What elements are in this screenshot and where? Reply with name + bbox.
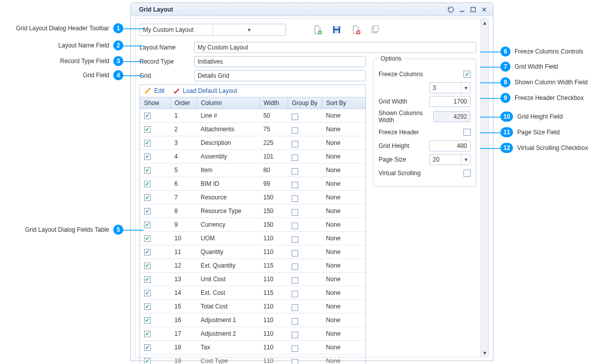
- load-default-button[interactable]: Load Default Layout: [173, 87, 237, 94]
- copy-icon[interactable]: [368, 23, 382, 37]
- table-row[interactable]: ✔8Resource Type150None: [140, 204, 365, 218]
- group-checkbox[interactable]: [292, 236, 298, 243]
- grid-field[interactable]: Details Grid: [194, 70, 366, 81]
- show-checkbox[interactable]: ✔: [144, 181, 151, 187]
- scroll-up-icon[interactable]: ▴: [481, 19, 488, 27]
- group-checkbox[interactable]: [292, 168, 298, 175]
- show-checkbox[interactable]: ✔: [144, 167, 151, 174]
- show-checkbox[interactable]: ✔: [144, 153, 151, 160]
- group-checkbox[interactable]: [292, 264, 298, 270]
- group-checkbox[interactable]: [292, 154, 298, 161]
- show-checkbox[interactable]: ✔: [144, 358, 151, 364]
- layout-select[interactable]: My Custom Layout ▾: [140, 24, 286, 36]
- show-checkbox[interactable]: ✔: [144, 235, 151, 242]
- record-type-field[interactable]: Initiatives: [194, 56, 366, 67]
- group-checkbox[interactable]: [292, 127, 298, 134]
- show-checkbox[interactable]: ✔: [144, 222, 151, 228]
- show-checkbox[interactable]: ✔: [144, 276, 151, 283]
- show-checkbox[interactable]: ✔: [144, 249, 151, 255]
- scroll-down-icon[interactable]: ▾: [481, 349, 488, 357]
- table-row[interactable]: ✔18Tax110None: [140, 341, 365, 354]
- table-row[interactable]: ✔4Assembly101None: [140, 150, 365, 164]
- table-row[interactable]: ✔1Line #50None: [140, 109, 365, 123]
- col-column[interactable]: Column: [197, 97, 259, 109]
- table-row[interactable]: ✔5Item80None: [140, 164, 365, 177]
- edit-button[interactable]: Edit: [144, 87, 165, 94]
- cell-sort: None: [322, 314, 365, 327]
- freeze-columns-checkbox[interactable]: ✔: [463, 71, 471, 78]
- grid-height-field[interactable]: 480: [429, 140, 471, 151]
- grid-width-field[interactable]: 1700: [429, 96, 471, 107]
- cell-order: 15: [170, 300, 197, 314]
- show-checkbox[interactable]: ✔: [144, 331, 151, 337]
- group-checkbox[interactable]: [292, 359, 298, 364]
- close-icon[interactable]: [480, 5, 489, 14]
- group-checkbox[interactable]: [292, 195, 298, 202]
- callout: 5Grid Layout Dialog Fields Table: [25, 225, 123, 235]
- cell-width: 101: [259, 150, 288, 164]
- group-checkbox[interactable]: [292, 277, 298, 284]
- layout-name-field[interactable]: My Custom Layout: [194, 42, 476, 53]
- minimize-icon[interactable]: [457, 5, 467, 14]
- freeze-columns-label: Freeze Columns: [379, 71, 423, 78]
- cell-column: Item: [197, 164, 259, 177]
- delete-icon[interactable]: [349, 23, 363, 37]
- freeze-columns-select[interactable]: 3 ▾: [429, 82, 471, 93]
- vertical-scrollbar[interactable]: ▴ ▾: [480, 19, 488, 357]
- table-row[interactable]: ✔6BIM ID99None: [140, 177, 365, 191]
- maximize-icon[interactable]: [469, 5, 478, 14]
- group-checkbox[interactable]: [292, 345, 298, 352]
- callout: 3Record Type Field: [60, 56, 123, 66]
- group-checkbox[interactable]: [292, 250, 298, 256]
- group-checkbox[interactable]: [292, 318, 298, 325]
- group-checkbox[interactable]: [292, 141, 298, 147]
- show-checkbox[interactable]: ✔: [144, 303, 151, 310]
- new-icon[interactable]: [310, 23, 324, 37]
- show-checkbox[interactable]: ✔: [144, 344, 151, 351]
- show-checkbox[interactable]: ✔: [144, 263, 151, 269]
- show-checkbox[interactable]: ✔: [144, 290, 151, 296]
- group-checkbox[interactable]: [292, 209, 298, 216]
- table-row[interactable]: ✔3Description225None: [140, 136, 365, 150]
- table-row[interactable]: ✔12Ext. Quantity115None: [140, 259, 365, 273]
- show-checkbox[interactable]: ✔: [144, 113, 151, 119]
- record-type-label: Record Type: [140, 58, 194, 65]
- virtual-scrolling-checkbox[interactable]: [463, 170, 471, 177]
- table-row[interactable]: ✔14Ext. Cost115None: [140, 286, 365, 300]
- freeze-header-checkbox[interactable]: [463, 129, 471, 136]
- show-checkbox[interactable]: ✔: [144, 140, 151, 146]
- callout: 9Freeze Header Checkbox: [500, 93, 584, 103]
- table-row[interactable]: ✔11Quantity110None: [140, 245, 365, 259]
- table-row[interactable]: ✔16Adjustment 1110None: [140, 314, 365, 327]
- show-checkbox[interactable]: ✔: [144, 317, 151, 324]
- cell-width: 110: [259, 327, 288, 341]
- callout-badge: 4: [113, 70, 123, 80]
- col-order[interactable]: Order: [170, 97, 197, 109]
- group-checkbox[interactable]: [292, 114, 298, 120]
- cell-sort: None: [322, 286, 365, 300]
- table-row[interactable]: ✔17Adjustment 2110None: [140, 327, 365, 341]
- group-checkbox[interactable]: [292, 332, 298, 338]
- table-row[interactable]: ✔19Cost Type110None: [140, 354, 365, 365]
- show-checkbox[interactable]: ✔: [144, 126, 151, 133]
- col-width[interactable]: Width: [259, 97, 288, 109]
- col-group[interactable]: Group By: [288, 97, 322, 109]
- col-sort[interactable]: Sort By: [322, 97, 365, 109]
- group-checkbox[interactable]: [292, 304, 298, 311]
- group-checkbox[interactable]: [292, 182, 298, 188]
- cell-sort: None: [322, 259, 365, 273]
- save-icon[interactable]: [330, 23, 344, 37]
- show-checkbox[interactable]: ✔: [144, 194, 151, 201]
- table-row[interactable]: ✔9Currency150None: [140, 218, 365, 232]
- table-row[interactable]: ✔13Unit Cost110None: [140, 273, 365, 286]
- table-row[interactable]: ✔10UOM110None: [140, 232, 365, 245]
- table-row[interactable]: ✔7Resource150None: [140, 191, 365, 204]
- group-checkbox[interactable]: [292, 223, 298, 229]
- refresh-icon[interactable]: [446, 5, 455, 14]
- table-row[interactable]: ✔2Attachments75None: [140, 123, 365, 136]
- show-checkbox[interactable]: ✔: [144, 208, 151, 215]
- page-size-select[interactable]: 20 ▾: [429, 154, 471, 165]
- col-show[interactable]: Show: [140, 97, 170, 109]
- group-checkbox[interactable]: [292, 291, 298, 297]
- table-row[interactable]: ✔15Total Cost110None: [140, 300, 365, 314]
